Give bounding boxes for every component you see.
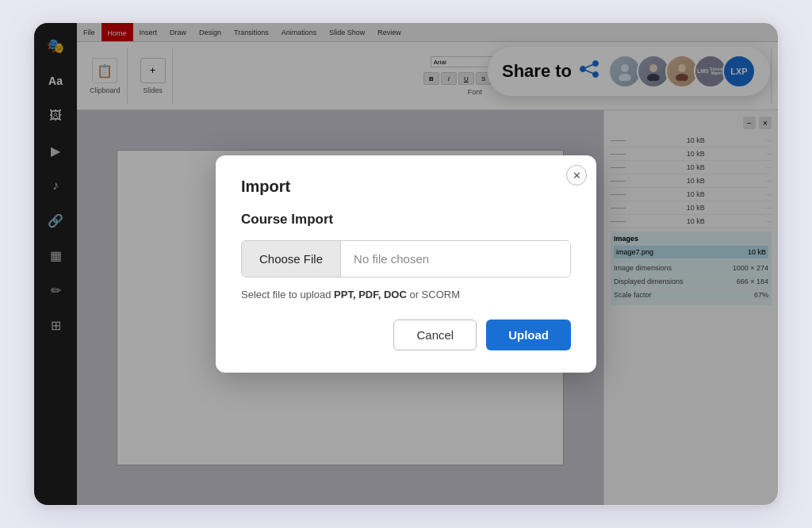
hint-formats: PPT, PDF, DOC <box>334 289 407 300</box>
hint-prefix: Select file to upload <box>241 289 334 300</box>
course-import-title: Course Import <box>241 212 571 228</box>
modal-actions: Cancel Upload <box>241 319 571 350</box>
modal-overlay: ✕ Import Course Import Choose File No fi… <box>34 23 778 505</box>
upload-button[interactable]: Upload <box>486 319 571 350</box>
modal-title: Import <box>241 178 571 196</box>
file-input-row: Choose File No file chosen <box>241 240 571 277</box>
choose-file-button[interactable]: Choose File <box>242 241 341 277</box>
modal-close-button[interactable]: ✕ <box>566 165 587 186</box>
app-frame: 🎭 Aa 🖼 ▶ ♪ 🔗 ▦ ✏ ⊞ File Home Insert Draw… <box>33 22 779 506</box>
file-hint: Select file to upload PPT, PDF, DOC or S… <box>241 289 571 300</box>
hint-suffix: or SCORM <box>407 289 460 300</box>
import-modal: ✕ Import Course Import Choose File No fi… <box>216 155 596 373</box>
no-file-label: No file chosen <box>341 241 570 277</box>
cancel-button[interactable]: Cancel <box>393 319 477 350</box>
